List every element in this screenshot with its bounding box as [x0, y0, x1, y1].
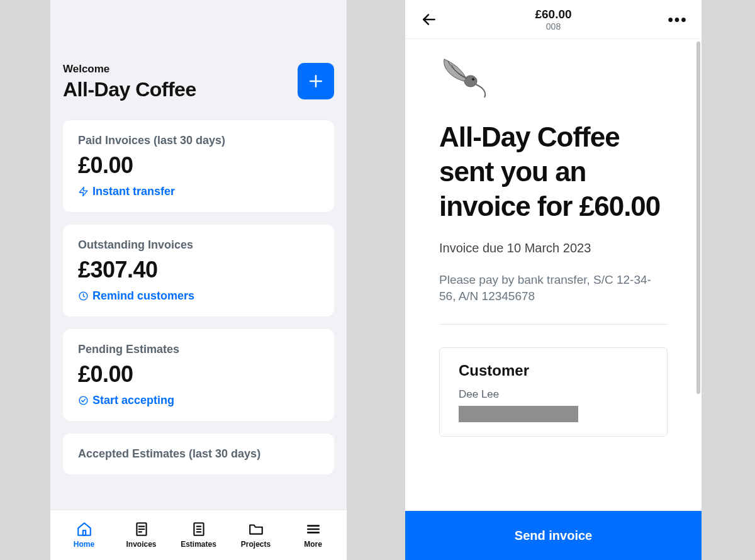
business-name: All-Day Coffee	[63, 78, 196, 101]
arrow-left-icon	[421, 11, 437, 28]
scrollbar-thumb[interactable]	[696, 42, 700, 394]
home-header: Welcome All-Day Coffee	[50, 0, 347, 108]
paid-invoices-card[interactable]: Paid Invoices (last 30 days) £0.00 Insta…	[63, 120, 334, 212]
pending-estimates-card[interactable]: Pending Estimates £0.00 Start accepting	[63, 329, 334, 421]
business-logo	[439, 55, 489, 101]
tab-label: Projects	[241, 540, 271, 549]
tab-estimates[interactable]: Estimates	[174, 521, 224, 549]
card-label: Paid Invoices (last 30 days)	[78, 134, 319, 147]
instant-transfer-link[interactable]: Instant transfer	[78, 185, 319, 198]
svg-marker-2	[79, 187, 87, 196]
customer-name: Dee Lee	[459, 388, 648, 401]
card-value: £0.00	[78, 152, 319, 179]
clock-icon	[78, 291, 89, 301]
header-title: £60.00 008	[535, 8, 571, 31]
invoice-due-date: Invoice due 10 March 2023	[439, 241, 668, 255]
card-label: Accepted Estimates (last 30 days)	[78, 447, 319, 461]
tab-label: Estimates	[181, 540, 216, 549]
card-action-label: Remind customers	[92, 289, 194, 303]
invoice-icon	[133, 521, 150, 537]
summary-cards: Paid Invoices (last 30 days) £0.00 Insta…	[50, 120, 347, 474]
header-invoice-no: 008	[535, 21, 571, 31]
plus-icon	[308, 73, 324, 89]
customer-heading: Customer	[459, 362, 648, 379]
card-action-label: Instant transfer	[92, 185, 175, 198]
invoice-preview-screen: £60.00 008 ••• All-Day	[405, 0, 702, 560]
header-title-block: Welcome All-Day Coffee	[63, 63, 196, 101]
tab-more[interactable]: More	[288, 521, 338, 549]
estimate-icon	[191, 521, 207, 537]
back-button[interactable]	[419, 9, 439, 30]
more-menu-button[interactable]: •••	[668, 9, 688, 30]
tab-label: More	[304, 540, 322, 549]
svg-point-18	[464, 76, 477, 87]
bottom-tab-bar: Home Invoices Estimates Projects More	[50, 510, 347, 560]
invoice-header-bar: £60.00 008 •••	[405, 0, 702, 39]
send-invoice-button[interactable]: Send invoice	[405, 511, 702, 560]
card-label: Outstanding Invoices	[78, 238, 319, 252]
tab-projects[interactable]: Projects	[231, 521, 281, 549]
card-value: £307.40	[78, 257, 319, 283]
outstanding-invoices-card[interactable]: Outstanding Invoices £307.40 Remind cust…	[63, 225, 334, 316]
tab-label: Home	[74, 540, 94, 549]
tab-label: Invoices	[126, 540, 156, 549]
check-circle-icon	[78, 395, 89, 406]
folder-icon	[248, 521, 264, 537]
remind-customers-link[interactable]: Remind customers	[78, 289, 319, 303]
lightning-icon	[78, 186, 89, 197]
card-value: £0.00	[78, 361, 319, 388]
redacted-field	[459, 406, 578, 422]
welcome-label: Welcome	[63, 63, 196, 76]
tab-invoices[interactable]: Invoices	[116, 521, 167, 549]
card-action-label: Start accepting	[92, 394, 174, 407]
invoice-document: All-Day Coffee sent you an invoice for £…	[419, 43, 688, 437]
start-accepting-link[interactable]: Start accepting	[78, 394, 319, 407]
add-button[interactable]	[298, 63, 334, 99]
payment-instructions: Please pay by bank transfer, S/C 12-34-5…	[439, 272, 668, 304]
svg-point-4	[79, 396, 87, 405]
invoice-body[interactable]: All-Day Coffee sent you an invoice for £…	[405, 39, 702, 497]
divider	[439, 324, 668, 325]
customer-card: Customer Dee Lee	[439, 347, 668, 437]
menu-icon	[305, 521, 322, 537]
card-label: Pending Estimates	[78, 343, 319, 356]
header-amount: £60.00	[535, 8, 571, 21]
svg-point-19	[472, 78, 474, 81]
home-screen: Welcome All-Day Coffee Paid Invoices (la…	[50, 0, 347, 560]
invoice-title: All-Day Coffee sent you an invoice for £…	[439, 120, 668, 223]
send-invoice-label: Send invoice	[515, 529, 592, 543]
accepted-estimates-card[interactable]: Accepted Estimates (last 30 days)	[63, 434, 334, 474]
home-icon	[76, 521, 92, 537]
svg-rect-5	[82, 530, 85, 535]
tab-home[interactable]: Home	[59, 521, 109, 549]
more-icon: •••	[668, 11, 687, 28]
